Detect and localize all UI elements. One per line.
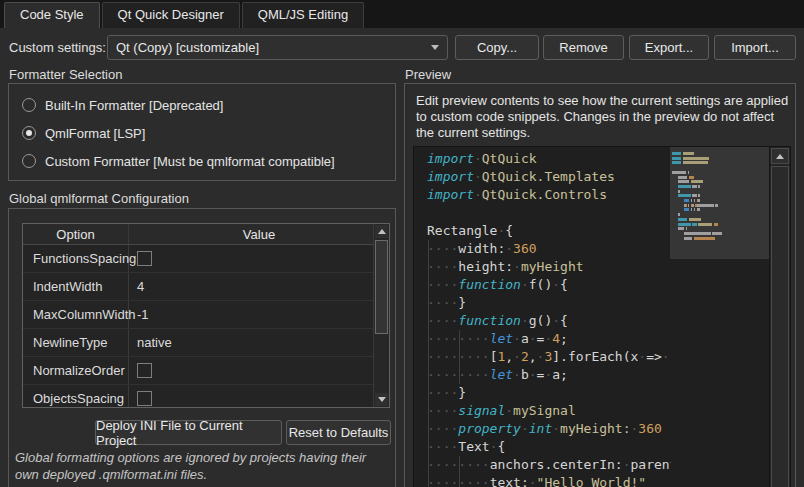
minimap-line <box>678 218 687 221</box>
combobox-value: Qt (Copy) [customizable] <box>116 40 425 55</box>
scroll-up-button[interactable] <box>375 225 388 238</box>
preview-groupbox: Edit preview contents to see how the cur… <box>404 83 796 487</box>
export-button[interactable]: Export... <box>629 35 709 60</box>
radio-label: Custom Formatter [Must be qmlformat comp… <box>45 154 335 169</box>
minimap-line <box>698 199 700 202</box>
editor-vscroll[interactable] <box>769 147 790 487</box>
import-button[interactable]: Import... <box>714 35 796 60</box>
table-header-value[interactable]: Value <box>129 224 389 244</box>
copy-button[interactable]: Copy... <box>455 35 539 60</box>
reset-defaults-button[interactable]: Reset to Defaults <box>286 420 391 445</box>
code-token: · <box>513 367 521 382</box>
code-line[interactable]: ····signal·mySignal <box>427 402 671 420</box>
table-vscroll[interactable] <box>373 224 389 407</box>
code-token: 360 <box>638 421 661 436</box>
table-row-maxcolumnwidth[interactable]: MaxColumnWidth-1 <box>23 301 389 329</box>
code-line[interactable]: ········let·a·=·4; <box>427 330 671 348</box>
code-line[interactable]: ········text:·"Hello World!" <box>427 474 671 487</box>
code-token: { <box>497 439 505 454</box>
minimap[interactable] <box>670 147 771 487</box>
radio-icon <box>22 126 36 140</box>
code-token: parent <box>631 457 671 472</box>
option-cell: ObjectsSpacing <box>23 385 129 408</box>
indent-guide <box>428 438 429 456</box>
code-token: QtQuick.Controls <box>482 187 607 202</box>
minimap-line <box>694 199 696 202</box>
code-line[interactable]: import·QtQuick.Templates <box>427 168 671 186</box>
checkbox-functionsspacing[interactable] <box>137 251 152 266</box>
editor-scroll-up-button[interactable] <box>771 148 789 164</box>
table-vscroll-thumb[interactable] <box>375 240 388 334</box>
code-line[interactable]: ········anchors.centerIn:·parent <box>427 456 671 474</box>
minimap-line <box>715 204 718 207</box>
minimap-line <box>683 152 694 155</box>
code-line[interactable]: ····function·g()·{ <box>427 312 671 330</box>
radio-qmlformat[interactable]: QmlFormat [LSP] <box>22 125 145 141</box>
code-token: 360 <box>513 241 536 256</box>
code-token: import <box>427 187 474 202</box>
code-token: ···· <box>427 403 458 418</box>
code-area[interactable]: import·QtQuickimport·QtQuick.Templatesim… <box>414 147 671 487</box>
code-token: ···· <box>427 259 458 274</box>
code-token: · <box>521 421 529 436</box>
minimap-line <box>698 194 700 197</box>
table-row-functionsspacing[interactable]: FunctionsSpacing <box>23 245 389 273</box>
code-line[interactable] <box>427 204 671 222</box>
code-line[interactable]: ····width:·360 <box>427 240 671 258</box>
minimap-line <box>692 204 694 207</box>
table-row-indentwidth[interactable]: IndentWidth4 <box>23 273 389 301</box>
minimap-line <box>691 199 693 202</box>
code-line[interactable]: ····height:·myHeight <box>427 258 671 276</box>
value-text: -1 <box>137 307 149 322</box>
scroll-down-button[interactable] <box>375 393 388 406</box>
code-token: } <box>458 295 466 310</box>
deploy-ini-button[interactable]: Deploy INI File to Current Project <box>95 420 282 445</box>
code-line[interactable]: ····property·int·myHeight:·360 <box>427 420 671 438</box>
minimap-line <box>689 176 694 179</box>
code-line[interactable]: ····} <box>427 384 671 402</box>
code-token: QtQuick <box>482 151 537 166</box>
minimap-line <box>684 199 689 202</box>
code-token: 2 <box>521 349 529 364</box>
tab-qml-js-editing[interactable]: QML/JS Editing <box>242 2 364 28</box>
editor-vscroll-thumb[interactable] <box>771 166 789 487</box>
code-token: ···· <box>427 241 458 256</box>
radio-built-in-formatter[interactable]: Built-In Formatter [Deprecated] <box>22 97 223 113</box>
checkbox-objectsspacing[interactable] <box>137 391 152 406</box>
code-editor[interactable]: import·QtQuickimport·QtQuick.Templatesim… <box>413 146 791 487</box>
code-token: ···· <box>427 313 458 328</box>
code-token: myHeight: <box>560 421 630 436</box>
radio-custom-formatter[interactable]: Custom Formatter [Must be qmlformat comp… <box>22 153 335 169</box>
table-row-newlinetype[interactable]: NewlineTypenative <box>23 329 389 357</box>
minimap-line <box>688 204 690 207</box>
table-header-option[interactable]: Option <box>23 224 129 244</box>
code-line[interactable]: ····} <box>427 294 671 312</box>
code-token: QtQuick.Templates <box>482 169 615 184</box>
minimap-line <box>678 180 689 183</box>
code-line[interactable]: ····Text·{ <box>427 438 671 456</box>
table-row-objectsspacing[interactable]: ObjectsSpacing <box>23 385 389 408</box>
minimap-line <box>684 208 689 211</box>
tab-code-style[interactable]: Code Style <box>4 2 100 28</box>
value-cell <box>129 357 389 384</box>
code-token: function <box>458 313 521 328</box>
indent-guide <box>428 348 429 366</box>
code-line[interactable]: ········[1,·2,·3].forEach(x·=>· <box>427 348 671 366</box>
code-line[interactable]: ········let·b·=·a; <box>427 366 671 384</box>
table-row-normalizeorder[interactable]: NormalizeOrder <box>23 357 389 385</box>
minimap-line <box>672 157 681 160</box>
tab-qt-quick-designer[interactable]: Qt Quick Designer <box>102 2 240 28</box>
radio-label: QmlFormat [LSP] <box>45 126 145 141</box>
code-token: "Hello World!" <box>537 475 647 487</box>
options-table: Option Value FunctionsSpacingIndentWidth… <box>22 223 390 408</box>
code-line[interactable]: Rectangle·{ <box>427 222 671 240</box>
code-line[interactable]: import·QtQuick <box>427 150 671 168</box>
remove-button[interactable]: Remove <box>543 35 624 60</box>
code-token: · <box>474 151 482 166</box>
code-token: signal <box>458 403 505 418</box>
code-line[interactable]: ····function·f()·{ <box>427 276 671 294</box>
code-token: · <box>529 367 537 382</box>
code-line[interactable]: import·QtQuick.Controls <box>427 186 671 204</box>
checkbox-normalizeorder[interactable] <box>137 363 152 378</box>
custom-settings-combobox[interactable]: Qt (Copy) [customizable] <box>107 35 448 60</box>
